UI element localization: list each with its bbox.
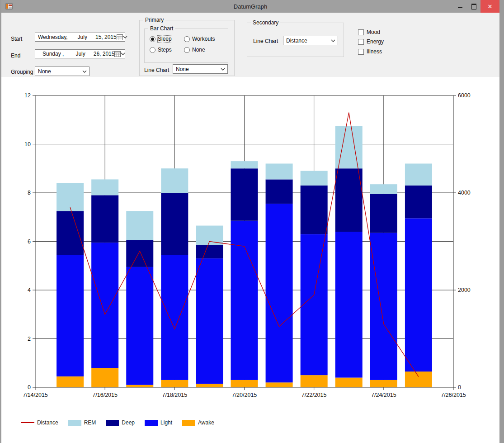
bar-segment-awake — [301, 375, 328, 387]
bar-segment-deep — [405, 186, 432, 219]
grouping-label: Grouping — [11, 69, 33, 75]
maximize-button[interactable] — [467, 0, 480, 13]
bar-segment-awake — [161, 380, 188, 387]
end-label: End — [11, 52, 20, 59]
bar-segment-light — [335, 232, 363, 378]
minimize-button[interactable] — [453, 0, 467, 13]
plot: 02468101202000400060007/14/20157/16/2015… — [23, 92, 471, 398]
end-weekday: Sunday , — [42, 51, 64, 57]
bar-segment-awake — [266, 382, 293, 387]
title-bar[interactable]: DatumGraph ✕ — [1, 0, 499, 13]
bar-segment-rem — [91, 179, 118, 195]
legend-label: Awake — [198, 419, 214, 426]
bar-segment-rem — [161, 168, 188, 193]
bar-segment-rem — [405, 164, 432, 186]
start-date-picker[interactable]: Wednesday, July 15, 2015 — [35, 33, 125, 42]
bar-segment-awake — [57, 376, 84, 387]
legend-item-awake: Awake — [182, 419, 214, 426]
close-button[interactable]: ✕ — [480, 0, 499, 13]
radio-workouts[interactable]: Workouts — [184, 36, 215, 42]
bar-segment-light — [57, 255, 84, 376]
left-axis-label: 0 — [28, 384, 31, 391]
legend-label: Light — [160, 419, 172, 426]
secondary-group-label: Secondary — [251, 19, 280, 26]
checkbox-mood-label: Mood — [367, 29, 380, 35]
x-axis-label: 7/26/2015 — [441, 392, 466, 398]
chart-legend: DistanceREMDeepLightAwake — [21, 419, 224, 426]
radio-steps[interactable]: Steps — [150, 47, 172, 53]
bar-segment-awake — [370, 380, 397, 387]
bar-chart-groupbox: Bar Chart Sleep Workouts Steps None — [144, 29, 228, 63]
bar-segment-rem — [231, 161, 258, 168]
checkbox-energy-label: Energy — [367, 38, 384, 45]
secondary-line-chart-value: Distance — [286, 38, 307, 44]
primary-line-chart-label: Line Chart — [144, 67, 169, 73]
bar-segment-awake — [126, 385, 153, 387]
x-axis-label: 7/14/2015 — [23, 392, 48, 398]
legend-item-light: Light — [145, 419, 172, 426]
legend-item-distance: Distance — [21, 419, 58, 426]
secondary-line-chart-select[interactable]: Distance — [283, 36, 338, 45]
primary-line-chart-select[interactable]: None — [173, 64, 228, 74]
checkbox-icon — [358, 39, 364, 45]
end-date-picker[interactable]: Sunday , July 26, 2015 — [35, 49, 125, 58]
bar-segment-rem — [301, 171, 328, 186]
chevron-down-icon — [221, 68, 225, 71]
bar-segment-rem — [266, 164, 293, 180]
chevron-down-icon[interactable] — [121, 52, 125, 55]
bar-segment-deep — [301, 186, 328, 234]
bar-segment-rem — [57, 183, 84, 211]
right-axis-label: 2000 — [458, 287, 471, 293]
secondary-line-chart-label: Line Chart — [253, 38, 278, 44]
bar-segment-rem — [126, 211, 153, 240]
checkbox-energy[interactable]: Energy — [358, 38, 384, 45]
bar-segment-deep — [231, 168, 258, 221]
radio-icon — [184, 36, 190, 42]
checkbox-mood[interactable]: Mood — [358, 29, 380, 35]
x-axis-label: 7/16/2015 — [92, 392, 118, 398]
left-axis-label: 8 — [28, 190, 31, 196]
bar-segment-awake — [91, 368, 118, 387]
x-axis-label: 7/22/2015 — [301, 392, 327, 398]
bar-segment-awake — [231, 380, 258, 387]
left-axis-label: 4 — [28, 287, 31, 293]
radio-none[interactable]: None — [184, 47, 205, 53]
radio-icon — [150, 47, 155, 53]
legend-swatch — [182, 420, 195, 426]
radio-icon — [150, 36, 155, 42]
grouping-select[interactable]: None — [35, 67, 89, 76]
chevron-down-icon — [82, 70, 87, 73]
bar-segment-awake — [335, 378, 363, 388]
radio-steps-label: Steps — [158, 47, 172, 53]
legend-swatch — [106, 420, 119, 426]
calendar-icon — [117, 34, 123, 40]
bar-segment-awake — [405, 372, 432, 387]
checkbox-illness-label: Illness — [367, 48, 382, 55]
bar-segment-deep — [196, 245, 223, 259]
bar-segment-deep — [266, 179, 293, 204]
legend-label: Deep — [122, 419, 135, 426]
calendar-icon — [114, 51, 121, 57]
chevron-down-icon — [331, 39, 335, 42]
minimize-icon — [458, 7, 462, 8]
legend-label: Distance — [37, 419, 58, 426]
chevron-down-icon[interactable] — [123, 36, 127, 38]
checkbox-icon — [358, 49, 364, 55]
primary-line-chart-value: None — [176, 66, 189, 72]
radio-sleep[interactable]: Sleep — [150, 36, 172, 42]
start-label: Start — [11, 36, 22, 42]
bar-segment-deep — [91, 195, 118, 243]
checkbox-illness[interactable]: Illness — [358, 48, 382, 55]
bar-segment-light — [301, 234, 328, 375]
legend-label: REM — [84, 419, 96, 426]
bar-segment-deep — [161, 193, 188, 255]
left-axis-label: 6 — [28, 238, 31, 245]
bar-segment-light — [370, 233, 397, 380]
left-axis-label: 2 — [28, 336, 31, 342]
checkbox-icon — [358, 29, 364, 35]
maximize-icon — [471, 4, 476, 10]
bar-segment-light — [405, 218, 432, 372]
left-axis-label: 10 — [24, 141, 31, 148]
bar-segment-deep — [335, 168, 363, 232]
bar-segment-rem — [370, 184, 397, 194]
